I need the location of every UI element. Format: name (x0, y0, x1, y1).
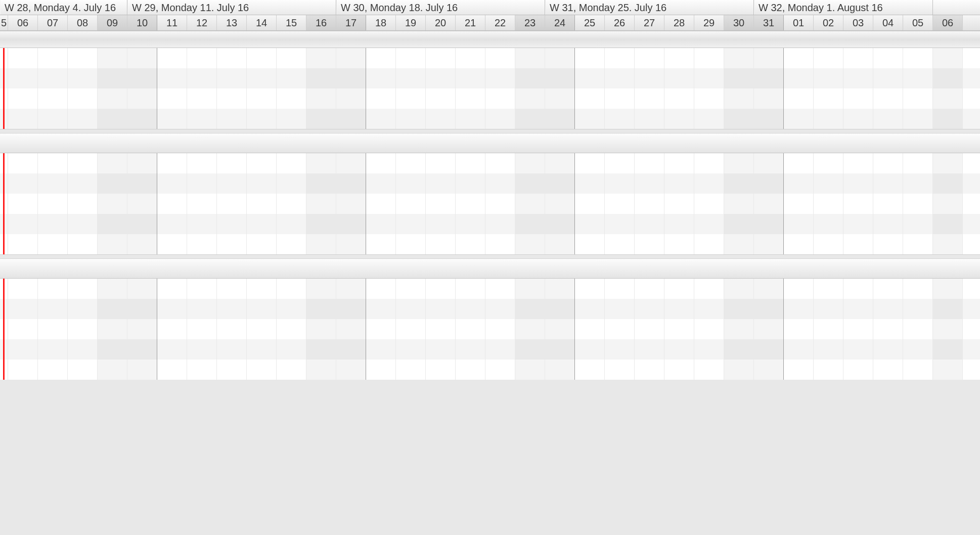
gantt-day-column (873, 48, 903, 129)
gantt-day-column (515, 48, 545, 129)
gantt-day-column (545, 48, 575, 129)
gantt-day-column (336, 153, 366, 254)
day-header-cell[interactable]: 22 (485, 15, 515, 30)
gantt-day-column (873, 279, 903, 380)
gantt-day-column (456, 48, 485, 129)
today-marker (3, 153, 5, 254)
day-header-cell[interactable]: 21 (456, 15, 485, 30)
gantt-day-column (187, 279, 217, 380)
header-gap-band (0, 31, 980, 48)
week-header-cell[interactable]: W 32, Monday 1. August 16 (754, 0, 933, 15)
gantt-day-column (98, 48, 127, 129)
gantt-day-column (605, 279, 635, 380)
gantt-day-column (843, 48, 873, 129)
day-header-cell[interactable]: 01 (784, 15, 814, 30)
today-marker (3, 279, 5, 380)
gantt-day-column (933, 153, 963, 254)
day-header-cell[interactable]: 24 (545, 15, 575, 30)
gantt-day-column (217, 153, 247, 254)
gantt-day-column (456, 153, 485, 254)
gantt-day-column (724, 279, 754, 380)
day-header-cell[interactable]: 10 (127, 15, 157, 30)
day-header-cell[interactable]: 29 (694, 15, 724, 30)
day-header-cell[interactable]: 12 (187, 15, 217, 30)
week-header-cell[interactable]: W 31, Monday 25. July 16 (545, 0, 754, 15)
day-header-cell[interactable]: 15 (277, 15, 306, 30)
gantt-day-column (157, 279, 187, 380)
gantt-grid[interactable] (0, 153, 980, 254)
day-header-cell[interactable]: 11 (157, 15, 187, 30)
gantt-grid[interactable] (0, 48, 980, 129)
gantt-day-column (217, 279, 247, 380)
gantt-day-column (277, 153, 306, 254)
day-header-cell[interactable]: 23 (515, 15, 545, 30)
gantt-day-column (515, 279, 545, 380)
gantt-day-column (754, 48, 784, 129)
day-header-cell[interactable]: 18 (366, 15, 396, 30)
gantt-day-column (217, 48, 247, 129)
day-header-cell[interactable]: 09 (98, 15, 127, 30)
gantt-day-column (724, 48, 754, 129)
day-header-cell[interactable]: 27 (635, 15, 664, 30)
day-header-cell[interactable]: 20 (426, 15, 456, 30)
group-header-band[interactable] (0, 258, 980, 279)
week-header-cell[interactable]: W 30, Monday 18. July 16 (336, 0, 545, 15)
day-header-cell[interactable]: 06 (8, 15, 38, 30)
gantt-day-column (247, 153, 277, 254)
day-header-cell[interactable]: 16 (306, 15, 336, 30)
section-divider (0, 129, 980, 133)
day-header-cell[interactable]: 02 (814, 15, 843, 30)
gantt-day-column (814, 153, 843, 254)
day-header-cell[interactable]: 25 (575, 15, 605, 30)
gantt-day-column (277, 279, 306, 380)
day-header-cell[interactable]: 06 (933, 15, 963, 30)
gantt-day-column (426, 153, 456, 254)
gantt-day-column (38, 48, 68, 129)
gantt-day-column (814, 279, 843, 380)
day-header-cell[interactable]: 26 (605, 15, 635, 30)
gantt-day-column (456, 279, 485, 380)
gantt-day-column (784, 48, 814, 129)
day-header-cell[interactable]: 04 (873, 15, 903, 30)
day-header-cell[interactable]: 13 (217, 15, 247, 30)
gantt-day-column (157, 48, 187, 129)
gantt-day-column (873, 153, 903, 254)
day-header-cell[interactable]: 14 (247, 15, 277, 30)
gantt-day-column (68, 48, 98, 129)
gantt-day-column (903, 279, 933, 380)
gantt-sections (0, 48, 980, 380)
gantt-day-column (754, 279, 784, 380)
day-header-cell[interactable]: 28 (664, 15, 694, 30)
gantt-day-column (396, 279, 426, 380)
week-header-cell[interactable]: W 29, Monday 11. July 16 (127, 0, 336, 15)
group-header-band[interactable] (0, 133, 980, 153)
week-header-cell[interactable]: W 28, Monday 4. July 16 (0, 0, 127, 15)
gantt-day-column (664, 153, 694, 254)
gantt-day-column (664, 48, 694, 129)
gantt-grid[interactable] (0, 279, 980, 380)
day-header-cell[interactable]: 31 (754, 15, 784, 30)
day-header-cell[interactable]: 08 (68, 15, 98, 30)
gantt-day-column (485, 153, 515, 254)
gantt-day-column (98, 279, 127, 380)
gantt-day-column (98, 153, 127, 254)
day-header-cell[interactable]: 03 (843, 15, 873, 30)
gantt-day-column (784, 153, 814, 254)
section-divider (0, 254, 980, 258)
gantt-day-column (38, 279, 68, 380)
day-header-cell[interactable]: 5 (0, 15, 8, 30)
gantt-day-column (277, 48, 306, 129)
week-header-row: W 28, Monday 4. July 16W 29, Monday 11. … (0, 0, 980, 15)
day-header-cell[interactable]: 07 (38, 15, 68, 30)
day-header-cell[interactable]: 05 (903, 15, 933, 30)
gantt-day-column (784, 279, 814, 380)
day-header-cell[interactable]: 17 (336, 15, 366, 30)
gantt-day-column (336, 48, 366, 129)
day-header-cell[interactable]: 30 (724, 15, 754, 30)
gantt-day-column (187, 48, 217, 129)
gantt-day-column (605, 153, 635, 254)
gantt-day-column (127, 48, 157, 129)
gantt-day-column (933, 279, 963, 380)
day-header-cell[interactable]: 19 (396, 15, 426, 30)
gantt-day-column (426, 48, 456, 129)
